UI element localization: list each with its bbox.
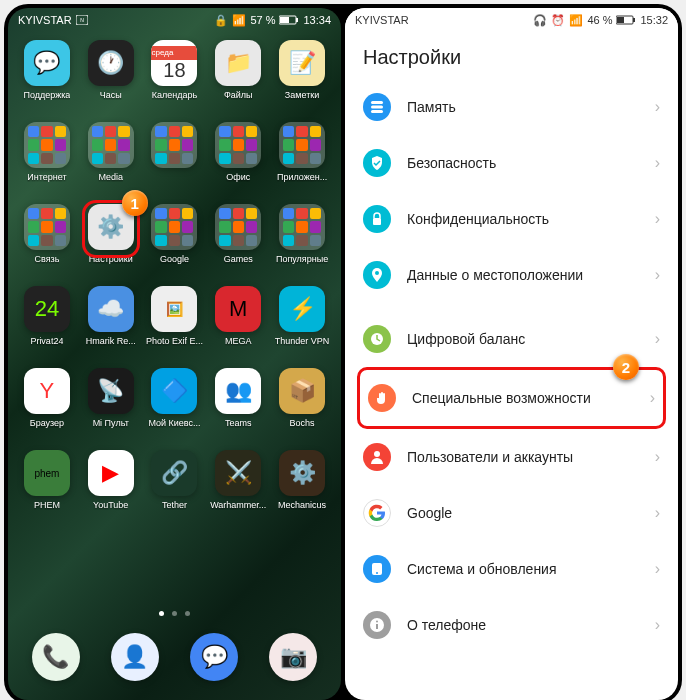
app-настройки[interactable]: ⚙️1Настройки (80, 204, 142, 282)
app-icon[interactable]: 🔗 (151, 450, 197, 496)
app-мой-киевс-[interactable]: 🔷Мой Киевс... (144, 368, 206, 446)
app-label: Мой Киевс... (148, 418, 200, 428)
settings-list[interactable]: Память›Безопасность›Конфиденциальность›Д… (345, 79, 678, 700)
app-icon[interactable]: 🕐 (88, 40, 134, 86)
app-icon[interactable]: ☁️ (88, 286, 134, 332)
dual-phone-container: KYIVSTAR N 🔒 📶 57 % 13:34 💬Поддержка🕐Час… (4, 4, 682, 700)
app-icon[interactable]: ⚔️ (215, 450, 261, 496)
settings-item-google[interactable]: Google› (355, 485, 668, 541)
settings-item-hand[interactable]: Специальные возможности›2 (357, 367, 666, 429)
app-заметки[interactable]: 📝Заметки (271, 40, 333, 118)
app-media[interactable]: Media (80, 122, 142, 200)
app-mi-пульт[interactable]: 📡Mi Пульт (80, 368, 142, 446)
app-label: Календарь (152, 90, 197, 100)
app-icon[interactable]: 💬 (24, 40, 70, 86)
folder-icon[interactable] (215, 122, 261, 168)
folder-icon[interactable] (215, 204, 261, 250)
app-icon[interactable]: 📦 (279, 368, 325, 414)
app-офис[interactable]: Офис (207, 122, 269, 200)
calendar-icon[interactable]: среда18 (151, 40, 197, 86)
app-файлы[interactable]: 📁Файлы (207, 40, 269, 118)
folder-icon[interactable] (151, 204, 197, 250)
app-thunder-vpn[interactable]: ⚡Thunder VPN (271, 286, 333, 364)
dock-camera[interactable]: 📷 (269, 633, 317, 681)
app-label: Games (224, 254, 253, 264)
app-icon[interactable]: phem (24, 450, 70, 496)
app-icon[interactable]: 📡 (88, 368, 134, 414)
phone-settings-screen: KYIVSTAR 🎧 ⏰ 📶 46 % 15:32 Настройки Памя… (345, 8, 678, 700)
app-mega[interactable]: MMEGA (207, 286, 269, 364)
app-поддержка[interactable]: 💬Поддержка (16, 40, 78, 118)
app-icon[interactable]: 🖼️ (151, 286, 197, 332)
app-связь[interactable]: Связь (16, 204, 78, 282)
app-games[interactable]: Games (207, 204, 269, 282)
folder-icon[interactable] (151, 122, 197, 168)
shield-icon (363, 149, 391, 177)
lock-icon: 🔒 (214, 14, 228, 27)
app-photo-exif-e-[interactable]: 🖼️Photo Exif E... (144, 286, 206, 364)
app-icon[interactable]: 24 (24, 286, 70, 332)
app-youtube[interactable]: ▶YouTube (80, 450, 142, 528)
app-mechanicus[interactable]: ⚙️Mechanicus (271, 450, 333, 528)
battery-icon (279, 15, 299, 25)
app-tether[interactable]: 🔗Tether (144, 450, 206, 528)
app-icon[interactable]: 🔷 (151, 368, 197, 414)
app-icon[interactable]: 📝 (279, 40, 325, 86)
app-label: Teams (225, 418, 252, 428)
settings-item-pin[interactable]: Данные о местоположении› (355, 247, 668, 303)
settings-item-user[interactable]: Пользователи и аккаунты› (355, 429, 668, 485)
app-label: Tether (162, 500, 187, 510)
app-folder[interactable] (144, 122, 206, 200)
svg-rect-18 (376, 624, 378, 629)
settings-label: Память (407, 99, 655, 115)
app-интернет[interactable]: Интернет (16, 122, 78, 200)
app-phem[interactable]: phemPHEM (16, 450, 78, 528)
page-dot[interactable] (172, 611, 177, 616)
settings-label: О телефоне (407, 617, 655, 633)
app-icon[interactable]: ▶ (88, 450, 134, 496)
app-icon[interactable]: M (215, 286, 261, 332)
app-bochs[interactable]: 📦Bochs (271, 368, 333, 446)
settings-item-lock[interactable]: Конфиденциальность› (355, 191, 668, 247)
app-icon[interactable]: Y (24, 368, 70, 414)
settings-label: Данные о местоположении (407, 267, 655, 283)
app-warhammer-[interactable]: ⚔️Warhammer... (207, 450, 269, 528)
app-icon[interactable]: ⚡ (279, 286, 325, 332)
app-label: Приложен... (277, 172, 327, 182)
settings-item-info[interactable]: О телефоне› (355, 597, 668, 653)
app-часы[interactable]: 🕐Часы (80, 40, 142, 118)
folder-icon[interactable] (24, 122, 70, 168)
app-приложен-[interactable]: Приложен... (271, 122, 333, 200)
app-icon[interactable]: ⚙️ (279, 450, 325, 496)
dock-phone[interactable]: 📞 (32, 633, 80, 681)
nfc-icon: N (76, 15, 88, 25)
folder-icon[interactable] (24, 204, 70, 250)
status-bar: KYIVSTAR N 🔒 📶 57 % 13:34 (8, 8, 341, 32)
svg-rect-6 (633, 18, 635, 22)
app-icon[interactable]: 👥 (215, 368, 261, 414)
app-google[interactable]: Google (144, 204, 206, 282)
folder-icon[interactable] (88, 122, 134, 168)
app-календарь[interactable]: среда18Календарь (144, 40, 206, 118)
home-app-grid[interactable]: 💬Поддержка🕐Часысреда18Календарь📁Файлы📝За… (8, 32, 341, 603)
folder-icon[interactable] (279, 122, 325, 168)
page-dot[interactable] (159, 611, 164, 616)
settings-item-system[interactable]: Система и обновления› (355, 541, 668, 597)
app-label: Офис (226, 172, 250, 182)
app-популярные[interactable]: Популярные (271, 204, 333, 282)
app-hmarik-re-[interactable]: ☁️Hmarik Re... (80, 286, 142, 364)
app-label: Часы (100, 90, 122, 100)
folder-icon[interactable] (279, 204, 325, 250)
page-indicator[interactable] (8, 603, 341, 624)
app-privat24[interactable]: 24Privat24 (16, 286, 78, 364)
page-dot[interactable] (185, 611, 190, 616)
settings-item-storage[interactable]: Память› (355, 79, 668, 135)
settings-item-shield[interactable]: Безопасность› (355, 135, 668, 191)
dock-contacts[interactable]: 👤 (111, 633, 159, 681)
chevron-right-icon: › (655, 560, 660, 578)
app-браузер[interactable]: YБраузер (16, 368, 78, 446)
app-teams[interactable]: 👥Teams (207, 368, 269, 446)
dock-messages[interactable]: 💬 (190, 633, 238, 681)
svg-rect-9 (371, 106, 383, 109)
app-icon[interactable]: 📁 (215, 40, 261, 86)
